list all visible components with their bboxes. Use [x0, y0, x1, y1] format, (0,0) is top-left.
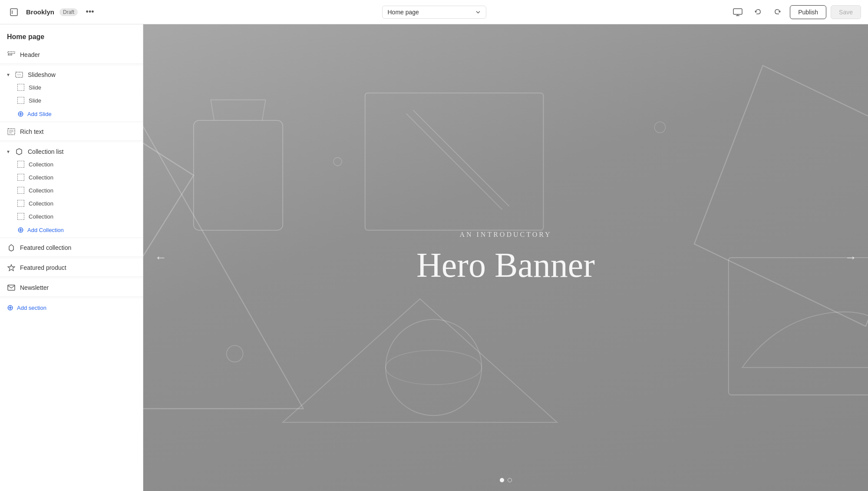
preview-button[interactable] [730, 4, 746, 20]
collection-label-1: Collection [29, 161, 53, 168]
chevron-down-icon [475, 10, 481, 15]
svg-marker-13 [8, 265, 15, 271]
svg-point-18 [227, 345, 243, 362]
sidebar-child-collection-5[interactable]: Collection [0, 210, 143, 223]
svg-line-24 [406, 113, 502, 209]
redo-button[interactable] [770, 4, 785, 20]
hero-title: Hero Banner [416, 246, 595, 285]
topbar-right: Publish Save [713, 4, 861, 20]
carousel-next-button[interactable]: → [838, 247, 864, 268]
sidebar-child-collection-1[interactable]: Collection [0, 158, 143, 171]
draft-badge: Draft [59, 8, 78, 16]
carousel-dot-2[interactable] [508, 478, 512, 482]
svg-line-20 [211, 100, 214, 120]
svg-marker-15 [143, 79, 194, 340]
hero-subtitle: AN INTRODUCTORY [459, 231, 551, 239]
sidebar-label-slideshow: Slideshow [28, 71, 56, 78]
svg-marker-29 [694, 66, 868, 326]
add-section-label: Add section [17, 305, 46, 311]
sidebar-label-richtext: Rich text [20, 128, 43, 135]
svg-rect-5 [8, 52, 15, 53]
canvas: AN INTRODUCTORY Hero Banner ← → [143, 24, 868, 491]
add-slide-label: Add Slide [27, 111, 52, 117]
slide-icon-2 [17, 97, 24, 104]
svg-rect-19 [194, 120, 283, 230]
svg-line-21 [262, 100, 266, 120]
svg-rect-0 [10, 9, 17, 16]
add-slide-icon: ⊕ [17, 110, 24, 118]
add-slide-button[interactable]: ⊕ Add Slide [0, 107, 143, 121]
newsletter-icon [7, 283, 16, 292]
sidebar-item-featured-product[interactable]: Featured product [0, 259, 143, 277]
sidebar-item-slideshow[interactable]: ▾ Slideshow [0, 66, 143, 81]
svg-rect-30 [729, 258, 868, 395]
sidebar: Home page Header ▾ Slideshow [0, 24, 143, 491]
collection-label-3: Collection [29, 187, 53, 194]
carousel-prev-button[interactable]: ← [148, 247, 174, 268]
publish-button[interactable]: Publish [790, 5, 826, 19]
sidebar-label-collection-list: Collection list [28, 148, 63, 155]
svg-line-25 [413, 110, 509, 206]
sidebar-label-featured-product: Featured product [20, 264, 66, 271]
svg-rect-2 [733, 9, 742, 14]
carousel-dots [500, 478, 512, 482]
add-collection-label: Add Collection [27, 227, 64, 233]
collection-label-5: Collection [29, 213, 53, 220]
collection-icon-5 [17, 213, 24, 220]
svg-marker-28 [283, 299, 557, 422]
svg-point-27 [386, 350, 482, 385]
sidebar-child-collection-4[interactable]: Collection [0, 197, 143, 210]
sidebar-child-slide-2[interactable]: Slide [0, 94, 143, 107]
add-section-icon: ⊕ [7, 304, 13, 312]
sidebar-label-newsletter: Newsletter [20, 284, 49, 291]
slideshow-icon [15, 70, 23, 79]
collection-icon-4 [17, 200, 24, 207]
sidebar-label-header: Header [20, 51, 40, 58]
slide-label-2: Slide [29, 97, 41, 104]
undo-button[interactable] [750, 4, 766, 20]
add-collection-button[interactable]: ⊕ Add Collection [0, 223, 143, 237]
svg-point-26 [386, 319, 482, 415]
collection-icon-2 [17, 174, 24, 181]
site-name: Brooklyn [26, 8, 54, 16]
svg-point-33 [333, 157, 342, 166]
carousel-dot-1[interactable] [500, 478, 504, 482]
chevron-collection-list: ▾ [7, 149, 10, 155]
save-button[interactable]: Save [831, 5, 861, 19]
page-preview: AN INTRODUCTORY Hero Banner ← → [143, 24, 868, 491]
collection-label-4: Collection [29, 200, 53, 207]
back-button[interactable] [7, 5, 21, 19]
sidebar-label-featured-collection: Featured collection [20, 244, 71, 251]
sidebar-child-slide-1[interactable]: Slide [0, 81, 143, 94]
topbar-center: Home page [155, 6, 713, 19]
topbar: Brooklyn Draft ••• Home page [0, 0, 868, 24]
collection-list-icon [15, 147, 23, 156]
sidebar-title: Home page [0, 24, 143, 46]
collection-icon-3 [17, 187, 24, 194]
sidebar-child-collection-2[interactable]: Collection [0, 171, 143, 184]
hero-banner: AN INTRODUCTORY Hero Banner ← → [143, 24, 868, 491]
topbar-left: Brooklyn Draft ••• [7, 5, 155, 19]
sidebar-item-featured-collection[interactable]: Featured collection [0, 239, 143, 257]
more-options-button[interactable]: ••• [83, 5, 97, 19]
header-icon [7, 50, 16, 59]
sidebar-item-collection-list[interactable]: ▾ Collection list [0, 143, 143, 158]
featured-product-icon [7, 263, 16, 272]
add-collection-icon: ⊕ [17, 226, 24, 234]
sidebar-item-richtext[interactable]: Rich text [0, 123, 143, 141]
sidebar-item-newsletter[interactable]: Newsletter [0, 279, 143, 297]
add-section-button[interactable]: ⊕ Add section [0, 301, 143, 315]
sidebar-child-collection-3[interactable]: Collection [0, 184, 143, 197]
main-layout: Home page Header ▾ Slideshow [0, 24, 868, 491]
svg-rect-6 [8, 54, 12, 55]
page-selector-text: Home page [388, 9, 419, 16]
page-selector[interactable]: Home page [382, 6, 486, 19]
collection-label-2: Collection [29, 174, 53, 181]
richtext-icon [7, 127, 16, 136]
sidebar-item-header[interactable]: Header [0, 46, 143, 64]
slide-icon-1 [17, 84, 24, 91]
featured-collection-icon [7, 243, 16, 252]
chevron-slideshow: ▾ [7, 72, 10, 78]
collection-icon-1 [17, 161, 24, 168]
svg-rect-14 [8, 285, 15, 290]
